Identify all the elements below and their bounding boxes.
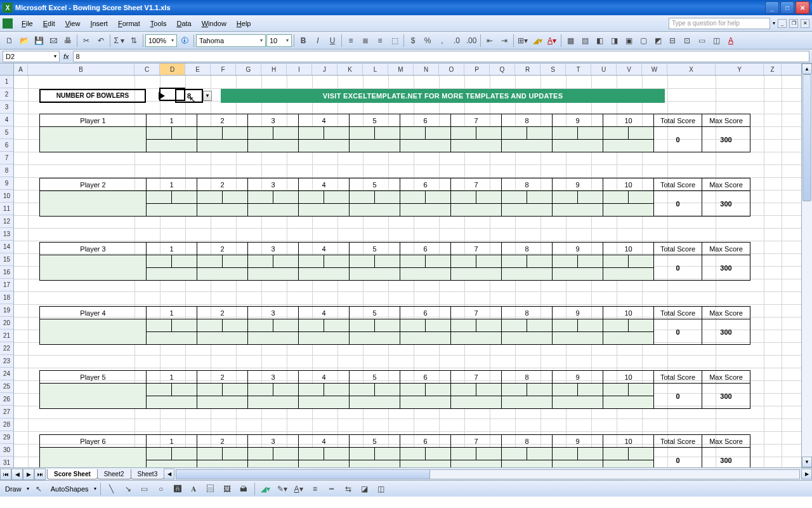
ball1-cell[interactable] xyxy=(248,384,273,396)
col-header-U[interactable]: U xyxy=(591,64,617,75)
ball1-cell[interactable] xyxy=(400,448,426,460)
dash-style-icon[interactable]: ┅ xyxy=(325,482,339,496)
row-header-4[interactable]: 4 xyxy=(0,114,13,126)
col-header-D[interactable]: D xyxy=(160,64,185,75)
ball1-cell[interactable] xyxy=(197,191,223,204)
ball2-cell[interactable] xyxy=(375,384,400,396)
col-header-W[interactable]: W xyxy=(642,64,667,75)
ball2-cell[interactable] xyxy=(629,319,654,332)
tab-first-button[interactable]: ⏮ xyxy=(0,469,11,480)
tb-extra-2[interactable]: ▤ xyxy=(578,34,592,48)
row-header-31[interactable]: 31 xyxy=(0,457,13,469)
font-color-draw-icon[interactable]: A▾ xyxy=(292,482,306,496)
textbox-icon[interactable]: 🅰 xyxy=(171,482,185,496)
open-icon[interactable]: 📂 xyxy=(17,34,31,48)
frame-score-cell[interactable] xyxy=(553,204,603,217)
arrow-icon[interactable]: ↘ xyxy=(121,482,135,496)
decrease-indent-icon[interactable]: ⇤ xyxy=(483,34,497,48)
ball1-cell[interactable] xyxy=(603,127,629,140)
frame-score-cell[interactable] xyxy=(248,204,299,217)
decrease-decimal-icon[interactable]: .00 xyxy=(464,34,478,48)
tab-next-button[interactable]: ▶ xyxy=(23,469,34,480)
ball1-cell[interactable] xyxy=(502,448,527,460)
ball1-cell[interactable] xyxy=(350,127,375,140)
3d-icon[interactable]: ◫ xyxy=(374,482,388,496)
sheet-tab-sheet2[interactable]: Sheet2 xyxy=(97,469,131,479)
tb-extra-9[interactable]: ⊡ xyxy=(680,34,694,48)
doc-restore-button[interactable]: ❐ xyxy=(789,19,798,28)
ball1-cell[interactable] xyxy=(603,319,629,332)
ball1-cell[interactable] xyxy=(400,127,426,140)
italic-button[interactable]: I xyxy=(311,34,325,48)
frame-score-cell[interactable] xyxy=(197,460,248,468)
frame-score-cell[interactable] xyxy=(248,140,299,152)
col-header-Q[interactable]: Q xyxy=(490,64,515,75)
autosum-icon[interactable]: Σ ▾ xyxy=(112,34,126,48)
ball1-cell[interactable] xyxy=(451,255,476,268)
shadow-icon[interactable]: ◪ xyxy=(358,482,372,496)
ball2-cell[interactable] xyxy=(476,319,502,332)
ball1-cell[interactable] xyxy=(197,384,223,396)
ball2-cell[interactable] xyxy=(426,384,451,396)
ball2-cell[interactable] xyxy=(578,127,603,140)
ball1-cell[interactable] xyxy=(248,255,273,268)
frame-score-cell[interactable] xyxy=(350,140,400,152)
frame-score-cell[interactable] xyxy=(400,204,451,217)
col-header-C[interactable]: C xyxy=(134,64,160,75)
ball2-cell[interactable] xyxy=(476,127,502,140)
ball2-cell[interactable] xyxy=(426,448,451,460)
ball1-cell[interactable] xyxy=(248,191,273,204)
ball2-cell[interactable] xyxy=(629,127,654,140)
ball2-cell[interactable] xyxy=(527,255,553,268)
ball1-cell[interactable] xyxy=(350,191,375,204)
ball1-cell[interactable] xyxy=(299,255,324,268)
close-button[interactable]: ✕ xyxy=(796,1,809,14)
ball2-cell[interactable] xyxy=(172,384,197,396)
sheet-tab-score-sheet[interactable]: Score Sheet xyxy=(47,469,98,479)
font-name-combo[interactable]: Tahoma▾ xyxy=(196,34,266,47)
tb-extra-5[interactable]: ▣ xyxy=(622,34,636,48)
col-header-I[interactable]: I xyxy=(287,64,312,75)
row-header-14[interactable]: 14 xyxy=(0,241,13,253)
col-header-B[interactable]: B xyxy=(28,64,134,75)
col-header-R[interactable]: R xyxy=(515,64,540,75)
row-header-19[interactable]: 19 xyxy=(0,304,13,317)
frame-score-cell[interactable] xyxy=(553,460,603,468)
ball2-cell[interactable] xyxy=(324,191,350,204)
ball2-cell[interactable] xyxy=(324,255,350,268)
ball1-cell[interactable] xyxy=(350,255,375,268)
help-search-input[interactable]: Type a question for help xyxy=(669,18,770,29)
increase-decimal-icon[interactable]: .0 xyxy=(450,34,464,48)
frame-score-cell[interactable] xyxy=(451,140,502,152)
minimize-button[interactable]: _ xyxy=(765,1,779,14)
ball1-cell[interactable] xyxy=(248,127,273,140)
row-header-20[interactable]: 20 xyxy=(0,317,13,330)
ball2-cell[interactable] xyxy=(375,127,400,140)
line-color-icon[interactable]: ✎▾ xyxy=(275,482,289,496)
col-header-P[interactable]: P xyxy=(464,64,490,75)
frame-score-cell[interactable] xyxy=(400,460,451,468)
frame-score-cell[interactable] xyxy=(147,140,197,152)
frame-score-cell[interactable] xyxy=(502,460,553,468)
tb-extra-4[interactable]: ◨ xyxy=(607,34,621,48)
row-header-10[interactable]: 10 xyxy=(0,190,13,203)
tb-extra-8[interactable]: ⊟ xyxy=(665,34,679,48)
frame-score-cell[interactable] xyxy=(553,140,603,152)
tab-prev-button[interactable]: ◀ xyxy=(11,469,23,480)
ball1-cell[interactable] xyxy=(350,384,375,396)
ball2-cell[interactable] xyxy=(273,127,299,140)
rectangle-icon[interactable]: ▭ xyxy=(138,482,152,496)
frame-score-cell[interactable] xyxy=(603,332,654,345)
row-header-22[interactable]: 22 xyxy=(0,342,13,355)
player-name-input[interactable] xyxy=(40,127,147,152)
row-header-2[interactable]: 2 xyxy=(0,88,13,101)
row-header-17[interactable]: 17 xyxy=(0,279,13,291)
ball2-cell[interactable] xyxy=(426,191,451,204)
frame-score-cell[interactable] xyxy=(197,396,248,409)
cut-icon[interactable]: ✂ xyxy=(79,34,93,48)
ball2-cell[interactable] xyxy=(527,384,553,396)
ball2-cell[interactable] xyxy=(578,448,603,460)
ball1-cell[interactable] xyxy=(147,127,172,140)
row-header-11[interactable]: 11 xyxy=(0,203,13,215)
row-header-25[interactable]: 25 xyxy=(0,380,13,393)
